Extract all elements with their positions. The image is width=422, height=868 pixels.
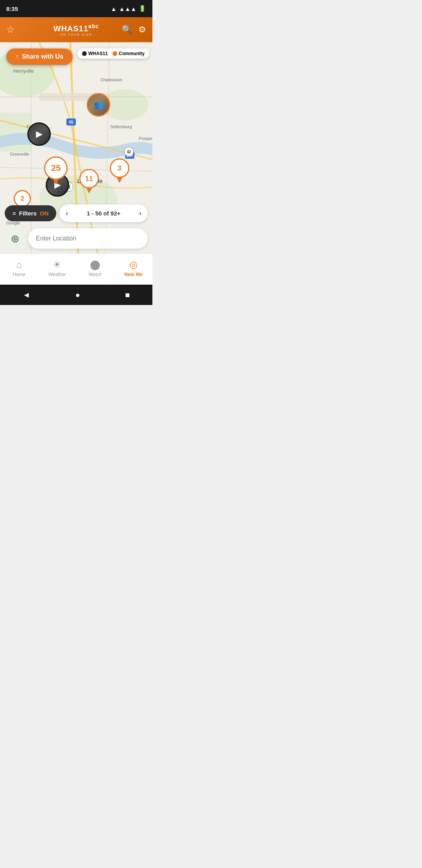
current-location-icon: ◎ — [11, 233, 19, 244]
signal-icon: ▲▲▲ — [119, 5, 136, 12]
status-bar: 8:35 ▲ ▲▲▲ 🔋 — [0, 0, 152, 17]
logo-text: WHAS11abc — [54, 23, 99, 33]
cluster-25[interactable]: 25 — [44, 156, 68, 180]
share-label: Share with Us — [22, 53, 63, 60]
cluster-11[interactable]: 11 — [79, 169, 99, 188]
logo-main: WHAS11 — [54, 24, 88, 32]
nav-home[interactable]: ⌂ Home — [0, 258, 38, 279]
settings-icon[interactable]: ⚙ — [138, 25, 146, 35]
cluster-3[interactable]: 3 — [110, 158, 129, 178]
legend-whas11-label: WHAS11 — [88, 51, 108, 56]
near-me-icon: ◎ — [129, 259, 138, 270]
home-button[interactable]: ● — [66, 287, 89, 303]
legend-community-label: Community — [119, 51, 145, 56]
favorite-icon[interactable]: ☆ — [6, 24, 15, 35]
weather-icon: ☀ — [53, 259, 61, 270]
svg-text:42: 42 — [127, 150, 131, 154]
status-time: 8:35 — [6, 5, 18, 12]
svg-text:Greenville: Greenville — [10, 152, 29, 156]
svg-text:Henryville: Henryville — [13, 68, 34, 74]
app-header: ☆ WHAS11abc ON YOUR SIDE 🔍 ⚙ — [0, 17, 152, 42]
filters-status: ON — [40, 210, 49, 217]
play-icon-1: ▶ — [36, 129, 43, 139]
cluster-11-label: 11 — [85, 175, 93, 183]
search-icon[interactable]: 🔍 — [122, 25, 132, 35]
svg-text:65: 65 — [69, 120, 73, 124]
near-me-label: Near Me — [124, 272, 143, 277]
filters-label: Filters — [19, 210, 37, 217]
filters-bar: ≡ Filters ON ‹ 1 - 50 of 92+ › — [5, 204, 148, 222]
legend-whas11: WHAS11 — [82, 51, 108, 56]
filters-button[interactable]: ≡ Filters ON — [5, 205, 56, 221]
watch-icon: ⬤ — [90, 259, 100, 270]
nav-near-me[interactable]: ◎ Near Me — [114, 258, 153, 279]
weather-label: Weather — [48, 272, 66, 277]
location-input-area: ◎ — [0, 224, 152, 253]
logo-abc: abc — [88, 23, 99, 29]
pagination-text: 1 - 50 of 92+ — [87, 210, 120, 217]
system-navigation: ◄ ● ■ — [0, 285, 152, 305]
home-label: Home — [13, 272, 25, 277]
location-input[interactable] — [36, 235, 140, 242]
pagination-next[interactable]: › — [139, 209, 141, 217]
legend-dot-community — [113, 51, 117, 56]
share-button[interactable]: ↑ Share with Us — [6, 48, 73, 65]
svg-text:Sellersburg: Sellersburg — [110, 124, 132, 129]
photo-thumbnail-1: 👥 — [88, 94, 109, 115]
home-icon: ⌂ — [16, 259, 22, 270]
filters-icon: ≡ — [13, 210, 16, 217]
header-actions: 🔍 ⚙ — [122, 25, 146, 35]
svg-text:Charlestown: Charlestown — [100, 78, 122, 82]
battery-icon: 🔋 — [139, 5, 146, 12]
svg-text:Prospect: Prospect — [139, 136, 152, 141]
nav-watch[interactable]: ⬤ Watch — [76, 258, 114, 279]
nav-weather[interactable]: ☀ Weather — [38, 258, 77, 279]
cluster-25-label: 25 — [51, 163, 61, 173]
back-button[interactable]: ◄ — [13, 287, 40, 303]
location-input-wrapper — [28, 228, 148, 249]
wifi-icon: ▲ — [111, 5, 117, 12]
bottom-navigation: ⌂ Home ☀ Weather ⬤ Watch ◎ Near Me — [0, 253, 152, 285]
map-container[interactable]: 65 265 64 Henryville Charlestown Floyds … — [0, 42, 152, 253]
cluster-3-label: 3 — [118, 164, 122, 172]
app-logo: WHAS11abc ON YOUR SIDE — [54, 23, 99, 37]
legend-community: Community — [113, 51, 145, 56]
photo-marker-1[interactable]: 👥 — [87, 93, 110, 117]
logo-sub: ON YOUR SIDE — [54, 33, 99, 36]
recents-button[interactable]: ■ — [116, 287, 139, 303]
current-location-button[interactable]: ◎ — [5, 228, 25, 249]
share-icon: ↑ — [16, 53, 19, 60]
video-marker-1[interactable]: ▶ — [27, 122, 51, 146]
legend-dot-whas11 — [82, 51, 87, 56]
cluster-2-label: 2 — [21, 195, 24, 202]
pagination-box: ‹ 1 - 50 of 92+ › — [59, 204, 148, 222]
video-thumbnail-1: ▶ — [29, 124, 50, 145]
watch-label: Watch — [89, 272, 102, 277]
status-icons-group: ▲ ▲▲▲ 🔋 — [111, 5, 146, 12]
pagination-prev[interactable]: ‹ — [66, 209, 68, 217]
map-legend: WHAS11 Community — [77, 48, 149, 59]
